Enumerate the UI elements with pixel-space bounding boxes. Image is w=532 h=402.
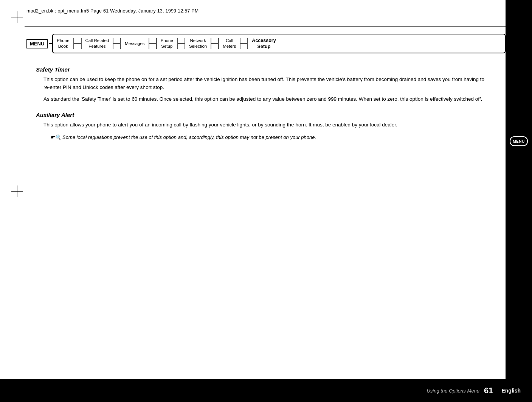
nav-arrow-4 (178, 43, 185, 44)
auxiliary-alert-title: Auxiliary Alert (36, 112, 487, 118)
nav-bar: MENU PhoneBook Call RelatedFeatures Mess… (26, 32, 506, 55)
nav-item-call-related[interactable]: Call RelatedFeatures (82, 36, 113, 51)
nav-arrow-6 (240, 43, 247, 44)
safety-timer-para-2: As standard the 'Safety Timer' is set to… (43, 95, 487, 103)
safety-timer-body: This option can be used to keep the phon… (43, 76, 487, 103)
auxiliary-alert-para-1: This option allows your phone to alert y… (43, 121, 487, 129)
menu-box-label: MENU (26, 39, 48, 48)
crosshair-top-left (11, 11, 23, 23)
nav-chain: PhoneBook Call RelatedFeatures Messages … (52, 34, 506, 53)
nav-item-phone-setup-label: PhoneSetup (161, 38, 173, 49)
section-auxiliary-alert: Auxiliary Alert This option allows your … (36, 112, 487, 141)
note-icon: ☛🔍 (50, 134, 61, 140)
nav-item-phone-book-label: PhoneBook (57, 38, 69, 49)
nav-item-accessory-setup[interactable]: AccessorySetup (248, 36, 279, 51)
note-text: Some local regulations prevent the use o… (62, 134, 316, 140)
sidebar-right: MENU (506, 0, 532, 402)
nav-arrow-1 (74, 43, 81, 44)
nav-arrow-2 (113, 43, 120, 44)
bottom-bar: Using the Options Menu 61 English (0, 379, 532, 402)
connector-line-left (49, 43, 52, 44)
page-context-text: Using the Options Menu (427, 388, 479, 394)
page-number: 61 (484, 386, 493, 396)
nav-item-phone-book[interactable]: PhoneBook (53, 36, 73, 51)
menu-button[interactable]: MENU (510, 136, 528, 146)
nav-arrow-3 (149, 43, 156, 44)
header-text: mod2_en.bk : opt_menu.fm5 Page 61 Wednes… (26, 8, 506, 14)
section-safety-timer: Safety Timer This option can be used to … (36, 66, 487, 103)
nav-item-call-meters-label: CallMeters (223, 38, 236, 49)
auxiliary-alert-body: This option allows your phone to alert y… (43, 121, 487, 129)
nav-arrow-5 (211, 43, 218, 44)
nav-item-network-selection-label: NetworkSelection (189, 38, 207, 49)
safety-timer-title: Safety Timer (36, 66, 487, 73)
nav-item-messages[interactable]: Messages (121, 36, 148, 51)
nav-item-accessory-setup-label: AccessorySetup (252, 37, 276, 50)
nav-item-messages-label: Messages (125, 41, 144, 47)
nav-item-network-selection[interactable]: NetworkSelection (185, 36, 211, 51)
menu-label: MENU (26, 39, 49, 48)
language-label: English (501, 388, 521, 394)
top-rule (25, 26, 507, 27)
safety-timer-para-1: This option can be used to keep the phon… (43, 76, 487, 92)
nav-item-phone-setup[interactable]: PhoneSetup (157, 36, 177, 51)
page-info: Using the Options Menu 61 English (427, 386, 521, 396)
main-content: Safety Timer This option can be used to … (36, 66, 487, 141)
crosshair-mid-left (11, 185, 23, 197)
nav-item-call-related-label: Call RelatedFeatures (85, 38, 109, 49)
nav-item-call-meters[interactable]: CallMeters (219, 36, 240, 51)
auxiliary-alert-note: ☛🔍Some local regulations prevent the use… (50, 134, 487, 141)
